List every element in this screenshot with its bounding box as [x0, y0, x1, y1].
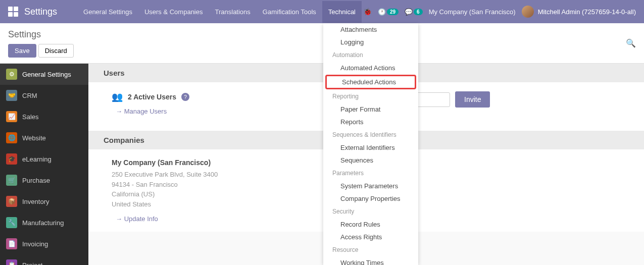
- chat-indicator[interactable]: 💬 6: [405, 8, 423, 16]
- company-state: California (US): [112, 189, 299, 199]
- cp-buttons: Save Discard: [8, 44, 74, 58]
- dropdown-header-reporting: Reporting: [323, 90, 418, 103]
- dropdown-item-system-parameters[interactable]: System Parameters: [323, 180, 418, 192]
- sidebar-item-label: Website: [22, 134, 46, 142]
- clock-icon: 🕐: [378, 8, 386, 16]
- dropdown-item-reports[interactable]: Reports: [323, 116, 418, 128]
- sidebar-item-label: Inventory: [22, 198, 49, 205]
- sidebar-item-website[interactable]: 🌐Website: [0, 127, 88, 148]
- brand-title: Settings: [24, 7, 57, 17]
- inventory-icon: 📦: [6, 196, 17, 207]
- dropdown-header-sequences-identifiers: Sequences & Identifiers: [323, 128, 418, 141]
- top-navbar: Settings General Settings Users & Compan…: [0, 0, 644, 23]
- main-layout: ⚙General Settings🤝CRM📈Sales🌐Website🎓eLea…: [0, 64, 644, 265]
- dropdown-item-record-rules[interactable]: Record Rules: [323, 218, 418, 231]
- dropdown-item-paper-format[interactable]: Paper Format: [323, 103, 418, 116]
- company-name: My Company (San Francisco): [112, 158, 299, 167]
- dropdown-item-attachments[interactable]: Attachments: [323, 23, 418, 36]
- elearning-icon: 🎓: [6, 153, 17, 165]
- chat-icon: 💬: [405, 8, 413, 16]
- discard-button[interactable]: Discard: [38, 44, 74, 58]
- dropdown-header-security: Security: [323, 205, 418, 218]
- apps-icon[interactable]: [8, 7, 18, 17]
- dropdown-item-scheduled-actions[interactable]: Scheduled Actions: [325, 75, 416, 89]
- sidebar-item-inventory[interactable]: 📦Inventory: [0, 191, 88, 212]
- technical-dropdown: AttachmentsLoggingAutomationAutomated Ac…: [323, 23, 418, 265]
- dropdown-item-sequences[interactable]: Sequences: [323, 154, 418, 167]
- active-users-count: 2 Active Users: [128, 93, 176, 101]
- user-menu[interactable]: Mitchell Admin (7257659-14-0-all): [522, 6, 636, 18]
- sidebar-item-crm[interactable]: 🤝CRM: [0, 85, 88, 106]
- company-street: 250 Executive Park Blvd, Suite 3400: [112, 170, 299, 180]
- invoicing-icon: 📄: [6, 238, 17, 249]
- dropdown-item-access-rights[interactable]: Access Rights: [323, 231, 418, 243]
- sidebar-item-manufacturing[interactable]: 🔧Manufacturing: [0, 212, 88, 233]
- sidebar-item-label: Project: [22, 261, 42, 266]
- sidebar-item-label: Sales: [22, 113, 39, 121]
- company-city: 94134 - San Francisco: [112, 180, 299, 190]
- active-users-row: 👥 2 Active Users ?: [112, 91, 299, 102]
- dropdown-header-automation: Automation: [323, 48, 418, 62]
- activity-indicator[interactable]: 🕐 29: [378, 8, 399, 16]
- sidebar-item-label: General Settings: [22, 71, 71, 78]
- user-name: Mitchell Admin (7257659-14-0-all): [538, 8, 636, 16]
- cp-left: Settings Save Discard: [8, 29, 74, 58]
- save-button[interactable]: Save: [8, 44, 36, 58]
- company-country: United States: [112, 199, 299, 209]
- dropdown-item-working-times[interactable]: Working Times: [323, 256, 418, 265]
- nav-users-companies[interactable]: Users & Companies: [138, 1, 209, 23]
- nav-menu: General Settings Users & Companies Trans…: [77, 1, 362, 23]
- bug-icon[interactable]: 🐞: [363, 8, 372, 16]
- search-icon[interactable]: 🔍: [626, 38, 636, 48]
- chat-badge: 6: [414, 9, 423, 15]
- sidebar-item-elearning[interactable]: 🎓eLearning: [0, 148, 88, 170]
- dropdown-item-automated-actions[interactable]: Automated Actions: [323, 62, 418, 74]
- manage-users-link[interactable]: Manage Users: [116, 108, 299, 115]
- purchase-icon: 🛒: [6, 175, 17, 186]
- cp-right: 🔍: [626, 38, 636, 48]
- sidebar-item-project[interactable]: 📋Project: [0, 254, 88, 265]
- company-switcher[interactable]: My Company (San Francisco): [429, 8, 516, 16]
- dropdown-header-parameters: Parameters: [323, 167, 418, 180]
- sidebar-item-label: eLearning: [22, 155, 52, 163]
- sidebar-item-purchase[interactable]: 🛒Purchase: [0, 170, 88, 191]
- settings-sidebar: ⚙General Settings🤝CRM📈Sales🌐Website🎓eLea…: [0, 64, 88, 265]
- sidebar-item-general-settings[interactable]: ⚙General Settings: [0, 64, 88, 85]
- dropdown-header-resource: Resource: [323, 243, 418, 256]
- activity-badge: 29: [387, 9, 399, 15]
- dropdown-item-company-properties[interactable]: Company Properties: [323, 192, 418, 205]
- nav-technical[interactable]: Technical: [322, 1, 362, 23]
- dropdown-item-external-identifiers[interactable]: External Identifiers: [323, 141, 418, 154]
- page-title: Settings: [8, 29, 74, 40]
- nav-gamification[interactable]: Gamification Tools: [257, 1, 322, 23]
- nav-general-settings[interactable]: General Settings: [77, 1, 138, 23]
- help-icon[interactable]: ?: [181, 93, 189, 101]
- sidebar-item-invoicing[interactable]: 📄Invoicing: [0, 233, 88, 254]
- navbar-left: Settings General Settings Users & Compan…: [0, 1, 362, 23]
- website-icon: 🌐: [6, 132, 17, 143]
- manufacturing-icon: 🔧: [6, 217, 17, 228]
- sidebar-item-label: Invoicing: [22, 240, 48, 248]
- general-settings-icon: ⚙: [6, 69, 17, 80]
- avatar: [522, 6, 534, 18]
- invite-button[interactable]: Invite: [455, 91, 490, 108]
- nav-translations[interactable]: Translations: [209, 1, 257, 23]
- control-panel: Settings Save Discard 🔍: [0, 23, 644, 64]
- crm-icon: 🤝: [6, 90, 17, 101]
- sidebar-item-sales[interactable]: 📈Sales: [0, 106, 88, 127]
- navbar-right: 🐞 🕐 29 💬 6 My Company (San Francisco) Mi…: [363, 6, 644, 18]
- project-icon: 📋: [6, 259, 17, 265]
- update-info-link[interactable]: Update Info: [116, 215, 299, 223]
- sales-icon: 📈: [6, 111, 17, 122]
- sidebar-item-label: Purchase: [22, 177, 50, 184]
- sidebar-item-label: Manufacturing: [22, 219, 64, 227]
- dropdown-item-logging[interactable]: Logging: [323, 36, 418, 48]
- users-icon: 👥: [112, 91, 123, 102]
- sidebar-item-label: CRM: [22, 92, 37, 99]
